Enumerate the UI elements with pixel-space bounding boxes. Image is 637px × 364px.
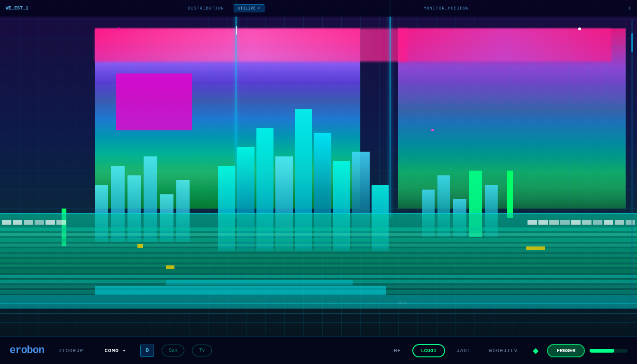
dropdown-label: UTILIPE — [238, 6, 256, 11]
right-tools: ηf LCUGI JAOT WOOHJILV ◆ FRGSER — [387, 344, 628, 357]
magenta-accent-block — [116, 73, 192, 130]
header-dropdown[interactable]: UTILIPE ▾ — [234, 4, 264, 12]
dot-indicator-white — [578, 27, 581, 30]
chevron-down-icon: ▾ — [257, 6, 260, 11]
divider-line-right — [390, 0, 391, 218]
cyan-divider — [0, 313, 637, 314]
grid-line — [0, 19, 637, 19]
action-button[interactable]: FRGSER — [547, 344, 585, 357]
header-right-label: MONITOR_HCEIENG — [424, 6, 469, 11]
data-block — [46, 220, 55, 225]
highlight-band-right — [398, 28, 611, 62]
stripe — [0, 238, 637, 242]
header-bar: WE_EST_1 DISTRIBUTION UTILIPE ▾ MONITOR_… — [0, 0, 637, 17]
como-button[interactable]: COMO ▾ — [98, 345, 133, 356]
data-block — [560, 220, 570, 225]
data-block — [2, 220, 11, 225]
stripe — [0, 233, 637, 236]
diamond-icon: ◆ — [533, 346, 538, 355]
brand-logo: erobon — [9, 345, 44, 356]
scrollbar-vertical[interactable] — [631, 19, 633, 303]
data-block — [549, 220, 559, 225]
data-block — [13, 220, 22, 225]
scrollbar-thumb[interactable] — [631, 33, 633, 52]
bottom-bar-element2 — [166, 280, 353, 285]
stripe — [0, 228, 637, 231]
arrow-button[interactable]: ◆ — [529, 344, 542, 357]
data-block — [615, 220, 624, 225]
lcugi-button[interactable]: LCUGI — [412, 344, 445, 357]
visualization-container: BRILL_1 WE_EST_1 DISTRIBUTION UTILIPE ▾ … — [0, 0, 637, 337]
header-left-title: WE_EST_1 — [6, 6, 28, 11]
como-label: COMO — [104, 348, 118, 354]
yellow-accent — [137, 244, 143, 248]
bottom-toolbar: erobon DTOORJP COMO ▾ 0 San Tv ηf LCUGI … — [0, 337, 637, 364]
cyan-divider — [0, 213, 637, 214]
data-block — [593, 220, 602, 225]
stripe — [0, 269, 637, 273]
stripe — [0, 259, 637, 263]
nf-button[interactable]: ηf — [387, 346, 408, 356]
grid-line — [0, 322, 637, 323]
highlight-band-left — [95, 28, 408, 62]
data-block — [604, 220, 613, 225]
pin-indicator — [236, 26, 237, 35]
data-block — [56, 220, 66, 225]
bottom-bar-element — [95, 286, 386, 295]
jaot-button[interactable]: JAOT — [450, 346, 477, 356]
data-block — [538, 220, 548, 225]
data-block — [24, 220, 33, 225]
progress-bar-container — [590, 349, 628, 353]
data-block — [582, 220, 592, 225]
bottom-label: BRILL_1 — [398, 301, 412, 305]
dot-indicator — [431, 129, 434, 131]
stripe — [0, 264, 637, 267]
data-block — [626, 220, 635, 225]
tv-button[interactable]: Tv — [192, 345, 212, 356]
number-badge[interactable]: 0 — [140, 345, 154, 357]
bottom-cyan-band — [0, 295, 637, 309]
green-indicator-right — [507, 171, 513, 218]
stripe — [0, 254, 637, 257]
yellow-accent — [526, 246, 545, 250]
close-icon[interactable]: X — [628, 6, 631, 11]
yellow-accent — [166, 265, 174, 269]
stripe — [0, 275, 637, 278]
dot-indicator — [118, 27, 120, 30]
header-center-label1: DISTRIBUTION — [188, 6, 224, 11]
dtoorjp-button[interactable]: DTOORJP — [52, 346, 90, 356]
dropdown-arrow: ▾ — [122, 348, 126, 354]
data-block — [571, 220, 581, 225]
san-button[interactable]: San — [162, 345, 184, 356]
progress-bar-fill — [590, 349, 614, 353]
woohjilv-button[interactable]: WOOHJILV — [482, 346, 525, 356]
data-block — [528, 220, 537, 225]
data-block — [35, 220, 44, 225]
